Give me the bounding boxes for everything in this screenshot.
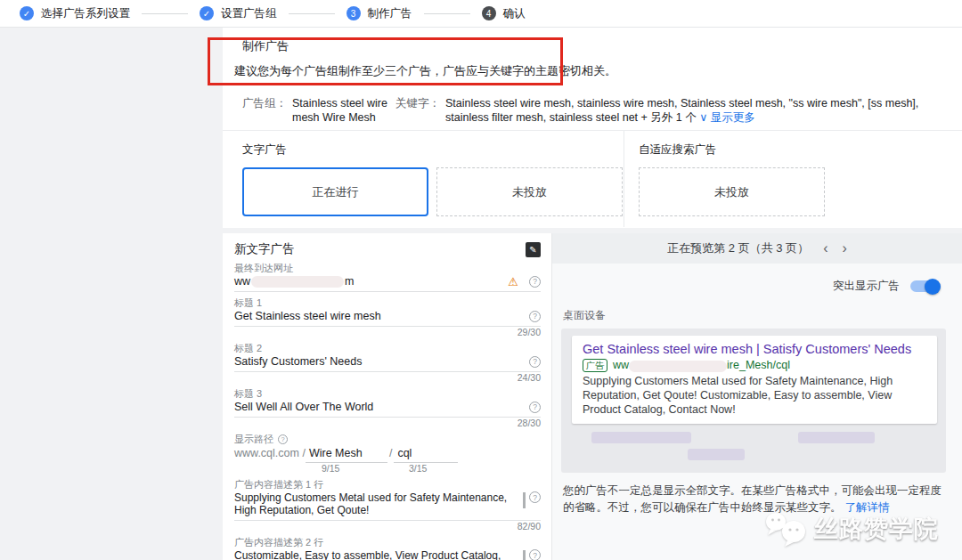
headline3-label: 标题 3 bbox=[234, 387, 541, 399]
page-description: 建议您为每个广告组制作至少三个广告，广告应与关键字的主题密切相关。 bbox=[234, 63, 616, 79]
stepper-connector bbox=[424, 13, 470, 14]
step-number-icon: 4 bbox=[482, 6, 496, 20]
highlight-ads-label: 突出显示广告 bbox=[833, 279, 900, 294]
page-title: 制作广告 bbox=[242, 38, 289, 54]
path-separator: / bbox=[389, 447, 392, 459]
headline1-value: Get Stainless steel wire mesh bbox=[234, 310, 529, 322]
chevron-down-icon: ∨ bbox=[699, 111, 707, 124]
text-ad-form: 新文字广告 ✎ 最终到达网址 wwm ⚠ ? 标题 1 Get Stainles… bbox=[223, 233, 552, 560]
scrollbar-thumb[interactable] bbox=[523, 550, 526, 560]
help-icon[interactable]: ? bbox=[529, 491, 541, 503]
text-ad-card-active[interactable]: 正在进行 bbox=[242, 167, 428, 216]
description2-value: Customizable, Easy to assemble, View Pro… bbox=[234, 549, 518, 560]
step-create-ads[interactable]: 3 制作广告 bbox=[346, 6, 412, 21]
adgroup-summary: 广告组： Stainless steel wire mesh Wire Mesh bbox=[242, 96, 395, 130]
ad-preview-url-row: 广告 wwire_Mesh/cql bbox=[583, 359, 928, 372]
highlight-ads-toggle[interactable] bbox=[910, 280, 939, 292]
final-url-value: wwm bbox=[234, 275, 508, 288]
edit-icon[interactable]: ✎ bbox=[526, 242, 541, 257]
toggle-knob bbox=[925, 279, 941, 295]
serp-placeholder-row bbox=[572, 432, 937, 443]
help-icon[interactable]: ? bbox=[529, 356, 541, 368]
step-done-check-icon: ✓ bbox=[200, 6, 214, 20]
headline3-counter: 28/30 bbox=[234, 418, 541, 428]
responsive-ads-section: 自适应搜索广告 未投放 bbox=[624, 131, 962, 227]
redaction-blur bbox=[629, 361, 727, 372]
preview-pagination-text: 正在预览第 2 页（共 3 页） bbox=[667, 240, 809, 256]
prev-page-icon[interactable]: ‹ bbox=[823, 241, 827, 256]
next-page-icon[interactable]: › bbox=[842, 241, 846, 256]
ad-preview-panel: 正在预览第 2 页（共 3 页） ‹ › 突出显示广告 桌面设备 Get Sta… bbox=[552, 233, 962, 560]
text-ads-label: 文字广告 bbox=[242, 142, 624, 158]
serp-preview-container: Get Stainless steel wire mesh | Satisfy … bbox=[561, 329, 946, 473]
path1-input[interactable]: Wire Mesh bbox=[306, 447, 387, 463]
stepper-connector bbox=[289, 13, 335, 14]
adgroup-label: 广告组： bbox=[242, 96, 287, 130]
headline1-field[interactable]: Get Stainless steel wire mesh ? bbox=[234, 308, 541, 327]
description1-label: 广告内容描述第 1 行 bbox=[234, 478, 541, 490]
step-done-check-icon: ✓ bbox=[20, 6, 34, 20]
path2-input[interactable]: cql bbox=[394, 447, 458, 463]
watermark: 丝路赞学院 bbox=[762, 510, 939, 548]
help-icon[interactable]: ? bbox=[529, 402, 541, 413]
ad-badge: 广告 bbox=[583, 359, 607, 372]
description1-counter: 82/90 bbox=[234, 521, 541, 532]
headline2-value: Satisfy Customers' Needs bbox=[234, 355, 529, 368]
text-ad-card-empty[interactable]: 未投放 bbox=[436, 167, 623, 216]
step-label: 选择广告系列设置 bbox=[41, 6, 130, 21]
description2-label: 广告内容描述第 2 行 bbox=[234, 536, 541, 548]
display-path-fields: www.cql.com / Wire Mesh / cql bbox=[234, 445, 541, 463]
main-content: 制作广告 建议您为每个广告组制作至少三个广告，广告应与关键字的主题密切相关。 广… bbox=[223, 28, 962, 560]
ad-summary-panel: 广告组： Stainless steel wire mesh Wire Mesh… bbox=[223, 89, 962, 228]
warning-icon[interactable]: ⚠ bbox=[508, 276, 518, 288]
preview-body: 突出显示广告 桌面设备 Get Stainless steel wire mes… bbox=[552, 264, 962, 560]
headline3-field[interactable]: Sell Well All Over The World ? bbox=[234, 399, 541, 418]
display-path-label: 显示路径 bbox=[234, 433, 273, 446]
step-campaign-settings[interactable]: ✓ 选择广告系列设置 bbox=[20, 6, 130, 21]
show-more-link[interactable]: 显示更多 bbox=[711, 111, 755, 124]
scrollbar-thumb[interactable] bbox=[523, 492, 526, 508]
path2-counter: 3/15 bbox=[409, 463, 427, 474]
redaction-blur bbox=[798, 432, 875, 443]
redaction-blur bbox=[251, 276, 344, 288]
description2-field[interactable]: Customizable, Easy to assemble, View Pro… bbox=[234, 548, 541, 560]
step-confirm[interactable]: 4 确认 bbox=[482, 6, 526, 21]
ad-preview-url: wwire_Mesh/cql bbox=[613, 359, 790, 371]
adgroup-keywords-row: 广告组： Stainless steel wire mesh Wire Mesh… bbox=[223, 89, 962, 131]
device-label: 桌面设备 bbox=[563, 308, 946, 323]
preview-pagination-bar: 正在预览第 2 页（共 3 页） ‹ › bbox=[552, 233, 962, 264]
help-icon[interactable]: ? bbox=[529, 276, 541, 288]
chat-bubbles-icon bbox=[762, 510, 811, 548]
headline2-counter: 24/30 bbox=[234, 372, 541, 383]
responsive-ad-card-empty[interactable]: 未投放 bbox=[639, 167, 825, 216]
path-base-url: www.cql.com / bbox=[234, 447, 306, 459]
redaction-blur bbox=[688, 449, 745, 460]
ad-preview-title[interactable]: Get Stainless steel wire mesh | Satisfy … bbox=[583, 341, 928, 358]
description1-field[interactable]: Supplying Customers Metal used for Safet… bbox=[234, 490, 541, 521]
help-icon[interactable]: ? bbox=[278, 434, 288, 444]
google-ads-wizard-screen: ✓ 选择广告系列设置 ✓ 设置广告组 3 制作广告 4 确认 制作广告 建议您为… bbox=[0, 0, 962, 560]
help-icon[interactable]: ? bbox=[529, 549, 541, 560]
headline1-counter: 29/30 bbox=[234, 327, 541, 337]
stepper-connector bbox=[142, 13, 188, 14]
text-ads-section: 文字广告 正在进行 未投放 bbox=[223, 131, 624, 227]
headline2-label: 标题 2 bbox=[234, 342, 541, 353]
create-ads-header: 制作广告 建议您为每个广告组制作至少三个广告，广告应与关键字的主题密切相关。 bbox=[223, 28, 962, 89]
step-number-icon: 3 bbox=[346, 6, 361, 20]
stepper-bar: ✓ 选择广告系列设置 ✓ 设置广告组 3 制作广告 4 确认 bbox=[0, 0, 962, 28]
final-url-field[interactable]: wwm ⚠ ? bbox=[234, 273, 541, 292]
headline3-value: Sell Well All Over The World bbox=[234, 401, 529, 413]
keywords-label: 关键字： bbox=[395, 96, 440, 130]
step-label: 设置广告组 bbox=[221, 6, 277, 21]
step-ad-group[interactable]: ✓ 设置广告组 bbox=[200, 6, 277, 21]
headline2-field[interactable]: Satisfy Customers' Needs ? bbox=[234, 353, 541, 372]
description1-value: Supplying Customers Metal used for Safet… bbox=[234, 491, 518, 516]
ad-preview-card: Get Stainless steel wire mesh | Satisfy … bbox=[572, 336, 937, 424]
adgroup-value: Stainless steel wire mesh Wire Mesh bbox=[292, 96, 395, 130]
final-url-label: 最终到达网址 bbox=[234, 262, 541, 273]
help-icon[interactable]: ? bbox=[529, 311, 541, 322]
path1-counter: 9/15 bbox=[322, 463, 339, 474]
step-label: 制作广告 bbox=[368, 6, 412, 21]
ad-preview-description: Supplying Customers Metal used for Safet… bbox=[583, 374, 928, 417]
editor-and-preview: 新文字广告 ✎ 最终到达网址 wwm ⚠ ? 标题 1 Get Stainles… bbox=[223, 233, 962, 560]
